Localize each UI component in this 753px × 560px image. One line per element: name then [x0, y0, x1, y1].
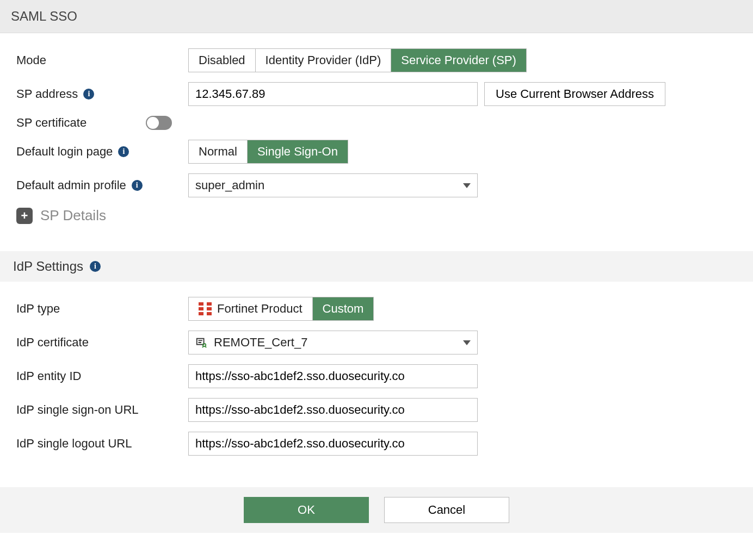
sp-address-input[interactable] [188, 82, 478, 106]
info-icon[interactable]: i [90, 261, 101, 272]
idp-type-custom[interactable]: Custom [313, 297, 374, 320]
cancel-button[interactable]: Cancel [384, 497, 509, 523]
info-icon[interactable]: i [118, 146, 129, 157]
idp-entity-id-input[interactable] [188, 364, 478, 388]
info-icon[interactable]: i [132, 180, 143, 191]
chevron-down-icon [463, 340, 471, 345]
row-idp-entity-id: IdP entity ID [16, 364, 737, 388]
idp-slo-url-input[interactable] [188, 432, 478, 456]
sp-details-label: SP Details [40, 207, 106, 224]
use-current-browser-button[interactable]: Use Current Browser Address [484, 82, 665, 106]
idp-settings-title: IdP Settings [13, 259, 83, 274]
idp-type-label: IdP type [16, 302, 60, 316]
login-page-segmented: Normal Single Sign-On [188, 140, 348, 164]
row-idp-sso-url: IdP single sign-on URL [16, 398, 737, 422]
mode-option-sp[interactable]: Service Provider (SP) [391, 49, 526, 72]
row-default-login: Default login page i Normal Single Sign-… [16, 140, 737, 164]
default-login-label: Default login page [16, 145, 113, 159]
idp-type-fortinet[interactable]: Fortinet Product [189, 297, 313, 320]
idp-type-segmented: Fortinet Product Custom [188, 297, 374, 321]
login-option-normal[interactable]: Normal [189, 140, 248, 163]
row-idp-slo-url: IdP single logout URL [16, 432, 737, 456]
certificate-icon [195, 337, 207, 349]
row-sp-certificate: SP certificate [16, 116, 737, 130]
row-default-admin-profile: Default admin profile i super_admin [16, 173, 737, 197]
mode-option-idp[interactable]: Identity Provider (IdP) [256, 49, 392, 72]
sp-details-expander[interactable]: + SP Details [16, 207, 737, 224]
idp-slo-url-label: IdP single logout URL [16, 437, 132, 451]
page-title: SAML SSO [11, 9, 77, 23]
section-header: SAML SSO [0, 0, 753, 33]
idp-entity-id-label: IdP entity ID [16, 369, 81, 383]
row-idp-type: IdP type Fortinet Product Custom [16, 297, 737, 321]
idp-sso-url-label: IdP single sign-on URL [16, 403, 139, 417]
svg-rect-0 [197, 339, 204, 345]
footer: OK Cancel [0, 487, 753, 533]
ok-button[interactable]: OK [244, 497, 369, 523]
idp-certificate-select[interactable]: REMOTE_Cert_7 [188, 331, 478, 354]
row-idp-certificate: IdP certificate REMOTE_Cert_7 [16, 331, 737, 354]
mode-option-disabled[interactable]: Disabled [189, 49, 256, 72]
row-sp-address: SP address i Use Current Browser Address [16, 82, 737, 106]
sp-certificate-label: SP certificate [16, 116, 87, 130]
fortinet-icon [199, 302, 212, 315]
row-mode: Mode Disabled Identity Provider (IdP) Se… [16, 48, 737, 72]
login-option-sso[interactable]: Single Sign-On [248, 140, 348, 163]
mode-segmented: Disabled Identity Provider (IdP) Service… [188, 48, 527, 72]
info-icon[interactable]: i [83, 89, 94, 99]
chevron-down-icon [463, 183, 471, 188]
mode-label: Mode [16, 53, 46, 67]
idp-certificate-label: IdP certificate [16, 335, 89, 350]
plus-icon: + [16, 208, 33, 224]
sp-address-label: SP address [16, 87, 78, 101]
idp-settings-header: IdP Settings i [0, 251, 753, 282]
sp-certificate-toggle[interactable] [146, 116, 172, 130]
default-admin-profile-select[interactable]: super_admin [188, 173, 478, 197]
idp-sso-url-input[interactable] [188, 398, 478, 422]
default-admin-profile-label: Default admin profile [16, 178, 126, 192]
